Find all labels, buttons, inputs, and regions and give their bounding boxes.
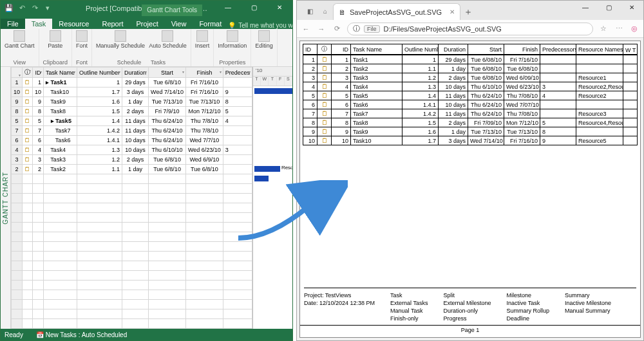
empty-row[interactable]	[12, 223, 252, 232]
gantt-tools-tab[interactable]: Gantt Chart Tools	[142, 5, 202, 16]
view-sidebar[interactable]: GANTT CHART	[1, 67, 11, 329]
manually-schedule-button[interactable]: Manually Schedule	[96, 30, 145, 49]
legend-item: Deadline	[507, 315, 550, 322]
task-row[interactable]: 5🗒5 ▸ Task51.411 daysThu 6/24/10Thu 7/8/…	[12, 116, 252, 126]
tablist-icon[interactable]: ◧	[302, 3, 317, 20]
copilot-icon[interactable]: ◎	[629, 24, 639, 33]
browser-close-icon[interactable]: ✕	[620, 1, 643, 16]
empty-row[interactable]	[12, 290, 252, 300]
gantt-chart-panel[interactable]: '10 TWTFS Resource1	[252, 67, 292, 329]
task-table[interactable]: ⓘ ID Task Name Outline Number Duration S…	[11, 67, 252, 329]
empty-row[interactable]	[12, 252, 252, 261]
tab-project[interactable]: Project	[129, 19, 164, 29]
note-icon: 🗒	[321, 128, 328, 135]
font-button[interactable]: Font	[76, 30, 88, 49]
task-row[interactable]: 10🗒10 Task101.73 daysWed 7/14/10Fri 7/16…	[12, 88, 252, 97]
profile-icon[interactable]: ⌂	[317, 3, 333, 20]
empty-row[interactable]	[12, 300, 252, 309]
redo-icon[interactable]: ↷	[30, 4, 39, 13]
empty-row[interactable]	[12, 242, 252, 252]
legend-item: Manual Summary	[565, 308, 611, 314]
auto-schedule-button[interactable]: Auto Schedule	[149, 30, 187, 49]
note-icon: 🗒	[24, 137, 30, 143]
gantt-bar[interactable]	[254, 88, 292, 94]
empty-row[interactable]	[12, 203, 252, 213]
col-id[interactable]: ID	[33, 68, 44, 78]
gantt-bar[interactable]	[254, 166, 280, 172]
min-icon[interactable]: —	[215, 1, 241, 16]
col-finish[interactable]: Finish	[185, 68, 223, 78]
tab-report[interactable]: Report	[95, 19, 129, 29]
svg-row: 3🗒3Task31.22 daysTue 6/08/10Wed 6/09/10R…	[303, 73, 638, 82]
empty-row[interactable]	[12, 174, 252, 184]
note-icon: 🗒	[321, 56, 328, 63]
qat-more-icon[interactable]: ▾	[43, 4, 52, 13]
task-row[interactable]: 6🗒6 Task61.4.110 daysThu 6/24/10Wed 7/7/…	[12, 136, 252, 145]
empty-row[interactable]	[12, 309, 252, 319]
col-outline[interactable]: Outline Number	[77, 68, 122, 78]
note-icon: 🗒	[321, 92, 328, 99]
editing-button[interactable]: Editing	[255, 30, 273, 49]
save-icon[interactable]: 💾	[5, 4, 14, 13]
browser-tab[interactable]: 🗎 SaveProjectAsSVG_out.SVG ✕	[333, 3, 460, 20]
status-newtasks: 📅 New Tasks : Auto Scheduled	[36, 331, 127, 338]
browser-max-icon[interactable]: ▢	[597, 1, 620, 16]
gantt-chart-button[interactable]: Gantt Chart	[5, 30, 35, 49]
tab-close-icon[interactable]: ✕	[450, 8, 455, 15]
back-button[interactable]: ←	[301, 25, 311, 33]
url-bar[interactable]: ⓘ File D:/Files/SaveProjectAsSVG_out.SVG	[347, 23, 593, 35]
reload-button[interactable]: ⟳	[332, 24, 342, 33]
paste-button[interactable]: Paste	[48, 30, 62, 49]
legend-item: Summary	[565, 292, 611, 299]
forward-button[interactable]: →	[316, 25, 327, 33]
svg-col-finish: Finish	[504, 44, 540, 55]
favorite-icon[interactable]: ☆	[598, 24, 609, 33]
task-row[interactable]: 2🗒2 Task21.11 dayTue 6/8/10Tue 6/8/10	[12, 165, 252, 174]
tell-me-search[interactable]: 💡 Tell me what you want to do…	[228, 22, 292, 29]
empty-row[interactable]	[12, 184, 252, 194]
empty-row[interactable]	[12, 232, 252, 242]
tab-task[interactable]: Task	[25, 19, 53, 29]
new-tab-button[interactable]: ＋	[460, 3, 476, 20]
col-duration[interactable]: Duration	[122, 68, 149, 78]
information-button[interactable]: Information	[218, 30, 247, 49]
browser-min-icon[interactable]: —	[574, 1, 597, 16]
site-info-icon[interactable]: ⓘ	[353, 24, 360, 33]
empty-row[interactable]	[12, 319, 252, 329]
col-taskname[interactable]: Task Name	[44, 68, 77, 78]
empty-row[interactable]	[12, 281, 252, 290]
col-indicator[interactable]: ⓘ	[23, 68, 33, 78]
tab-resource[interactable]: Resource	[52, 19, 95, 29]
empty-row[interactable]	[12, 271, 252, 281]
header-row: ⓘ ID Task Name Outline Number Duration S…	[12, 68, 252, 78]
col-predecessors[interactable]: Predeces	[223, 68, 252, 78]
svg-row: 8🗒8Task81.52 daysFri 7/09/10Mon 7/12/105…	[303, 118, 638, 127]
tab-view[interactable]: View	[165, 19, 193, 29]
empty-row[interactable]	[12, 213, 252, 223]
menu-icon[interactable]: ⋯	[614, 24, 624, 33]
task-row[interactable]: 7🗒7 Task71.4.211 daysThu 6/24/10Thu 7/8/…	[12, 126, 252, 136]
empty-row[interactable]	[12, 194, 252, 203]
col-start[interactable]: Start	[149, 68, 186, 78]
close-icon[interactable]: ✕	[267, 1, 292, 16]
task-row[interactable]: 3🗒3 Task31.22 daysTue 6/8/10Wed 6/9/10	[12, 155, 252, 165]
note-icon: 🗒	[321, 83, 328, 90]
svg-col-pred: Predecessors	[540, 44, 576, 55]
task-row[interactable]: 4🗒4 Task41.310 daysThu 6/10/10Wed 6/23/1…	[12, 145, 252, 155]
svg-col-outline: Outline Numb	[402, 44, 439, 55]
tab-format[interactable]: Format	[193, 19, 228, 29]
tab-file[interactable]: File	[1, 19, 25, 29]
svg-row: 10🗒10Task101.73 daysWed 7/14/10Fri 7/16/…	[303, 136, 638, 145]
task-row[interactable]: 8🗒8 Task81.52 daysFri 7/9/10Mon 7/12/105	[12, 107, 252, 116]
undo-icon[interactable]: ↶	[17, 4, 26, 13]
empty-row[interactable]	[12, 261, 252, 271]
gantt-bar[interactable]	[254, 176, 269, 181]
insert-button[interactable]: Insert	[195, 30, 210, 49]
task-row[interactable]: 9🗒9 Task91.61 dayTue 7/13/10Tue 7/13/108	[12, 97, 252, 107]
tab-favicon: 🗎	[339, 8, 346, 16]
legend-item: Progress	[443, 315, 491, 322]
task-row[interactable]: 1🗒1▸ Task1129 daysTue 6/8/10Fri 7/16/10	[12, 78, 252, 88]
max-icon[interactable]: ▢	[241, 1, 267, 16]
legend-item: Duration-only	[443, 308, 491, 314]
legend-item: Finish-only	[390, 315, 428, 322]
